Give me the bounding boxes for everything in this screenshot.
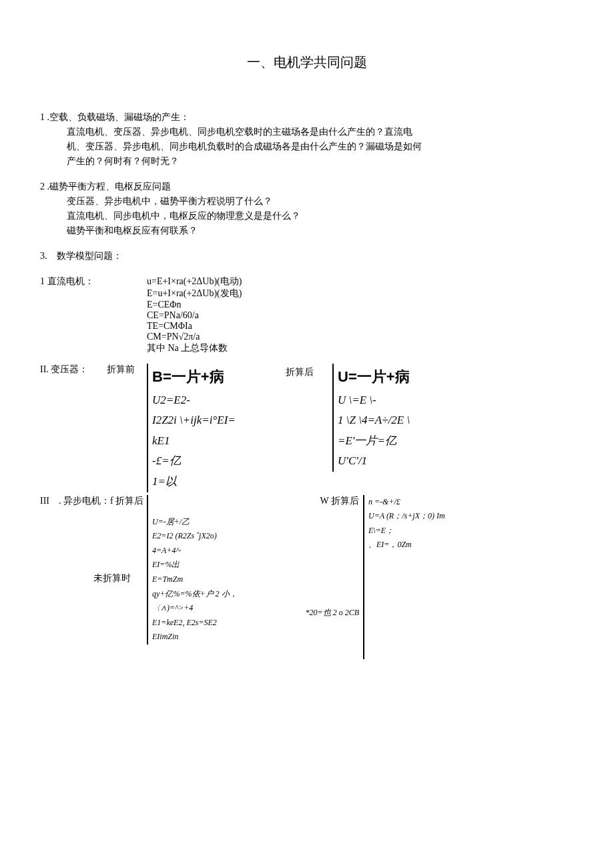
s2-line3: 磁势平衡和电枢反应有何联系？ (40, 225, 574, 237)
as-l2: E2=I2 (R2Zs ˆjX2o) (152, 529, 299, 544)
tr-label: II. 变压器： (40, 364, 107, 376)
as-r3: E\=E； (368, 524, 445, 538)
as-l5: E=TmZm (152, 572, 299, 587)
dc-f2: E=u+I×ra(+2ΔUb)(发电) (147, 288, 242, 300)
tr-left-e6: 1=以 (152, 472, 286, 492)
dc-f3: E=CEΦn (147, 300, 242, 310)
tr-left-group: B=一片+病 U2=E2- I2Z2i \+ijk=i°EI= kE1 -£=亿… (147, 364, 286, 492)
tr-left-e5: -£=亿 (152, 451, 286, 472)
as-l6: qy+亿%=%依+户 2 小， (152, 587, 299, 602)
dc-block: 1 直流电机： u=E+I×ra(+2ΔUb)(电动) E=u+I×ra(+2Δ… (40, 276, 574, 354)
tr-left-e3: I2Z2i \+ijk=i°EI= (152, 410, 286, 431)
tr-right-e5: U'C'/1 (338, 451, 410, 472)
tr-left-e2: U2=E2- (152, 390, 286, 411)
as-l3: 4=A+4^· (152, 544, 299, 558)
as-r1: n =-&+/£ (368, 495, 445, 510)
s2-head: 2 .磁势平衡方程、电枢反应问题 (40, 181, 574, 193)
page-title: 一、电机学共同问题 (40, 53, 574, 71)
dc-f5: TE=CMΦIa (147, 321, 242, 332)
as-l4: EI=%出 (152, 558, 299, 572)
async-left-group: U=-居+/乙 E2=I2 (R2Zs ˆjX2o) 4=A+4^· EI=%出… (147, 495, 299, 644)
dc-label: 1 直流电机： (40, 276, 147, 288)
s3-head: 3. 数学模型问题： (40, 250, 574, 262)
as-l8: E1=keE2, E2s=SE2 (152, 616, 299, 630)
dc-f4: CE=PNa/60/a (147, 310, 242, 321)
tr-left-e1: B=一片+病 (152, 364, 286, 390)
tr-post-label: 折算后 (286, 364, 332, 378)
async-label: III . 异步电机：f 折算后 (40, 495, 147, 507)
async-w-label: W 折算后 (299, 495, 359, 507)
as-r2: U=A (R；/s+jX；0) Im (368, 509, 445, 524)
s1-line3: 产生的？何时有？何时无？ (40, 155, 574, 167)
as-l7: 〈∧)=^>+4 (152, 601, 299, 616)
as-r4: 、EI=，0Zm (368, 538, 445, 552)
tr-right-e3: 1 \Z \4=A÷/2E \ (338, 410, 410, 431)
s1-head: 1 .空载、负载磁场、漏磁场的产生： (40, 111, 574, 123)
s2-line2: 直流电机、同步电机中，电枢反应的物理意义是是什么？ (40, 210, 574, 222)
tr-right-e2: U \=E \- (338, 390, 410, 411)
dc-f1: u=E+I×ra(+2ΔUb)(电动) (147, 276, 242, 288)
section-3: 3. 数学模型问题： (40, 250, 574, 262)
tr-right-group: U=一片+病 U \=E \- 1 \Z \4=A÷/2E \ =E'一片=亿 … (332, 364, 410, 472)
async-star-note: *20=也 2 o 2CB (299, 607, 359, 618)
tr-pre-label: 折算前 (107, 364, 147, 376)
section-1: 1 .空载、负载磁场、漏磁场的产生： 直流电机、变压器、异步电机、同步电机空载时… (40, 111, 574, 167)
as-l9: EIimZin (152, 630, 299, 644)
transformer-block: II. 变压器： 折算前 B=一片+病 U2=E2- I2Z2i \+ijk=i… (40, 364, 574, 492)
tr-right-e1: U=一片+病 (338, 364, 410, 390)
dc-f7: 其中 Na 上总导体数 (147, 342, 242, 354)
as-l1: U=-居+/乙 (152, 515, 299, 530)
tr-right-e4: =E'一片=亿 (338, 431, 410, 452)
s2-line1: 变压器、异步电机中，磁势平衡方程说明了什么？ (40, 195, 574, 207)
section-2: 2 .磁势平衡方程、电枢反应问题 变压器、异步电机中，磁势平衡方程说明了什么？ … (40, 181, 574, 237)
dc-f6: CM=PN√2π/a (147, 332, 242, 342)
async-right-group: n =-&+/£ U=A (R；/s+jX；0) Im E\=E； 、EI=，0… (363, 495, 445, 659)
s1-line1: 直流电机、变压器、异步电机、同步电机空载时的主磁场各是由什么产生的？直流电 (40, 126, 574, 138)
tr-left-e4: kE1 (152, 431, 286, 452)
s1-line2: 机、变压器、异步电机、同步电机负载时的合成磁场各是由什么产生的？漏磁场是如何 (40, 141, 574, 153)
async-unfold-label: 未折算时 (93, 572, 131, 584)
